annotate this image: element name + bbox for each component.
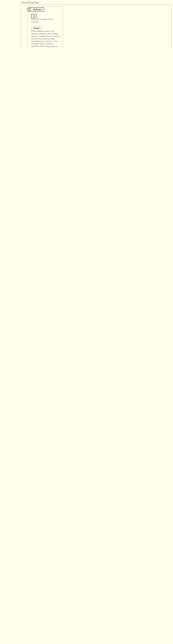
attributes-label: attributes (33, 8, 42, 11)
attributes-header: − attributes (29, 8, 44, 12)
attr-desc-0: The local identifier of the property. (31, 18, 60, 23)
attr-desc-1: If the property value is not defined, sp… (31, 30, 60, 48)
attributes-collapse[interactable]: − (28, 8, 30, 11)
type-title: Flex1PropType (21, 1, 39, 4)
attr-id: id (31, 14, 36, 18)
attr-creator: creator (31, 26, 41, 30)
